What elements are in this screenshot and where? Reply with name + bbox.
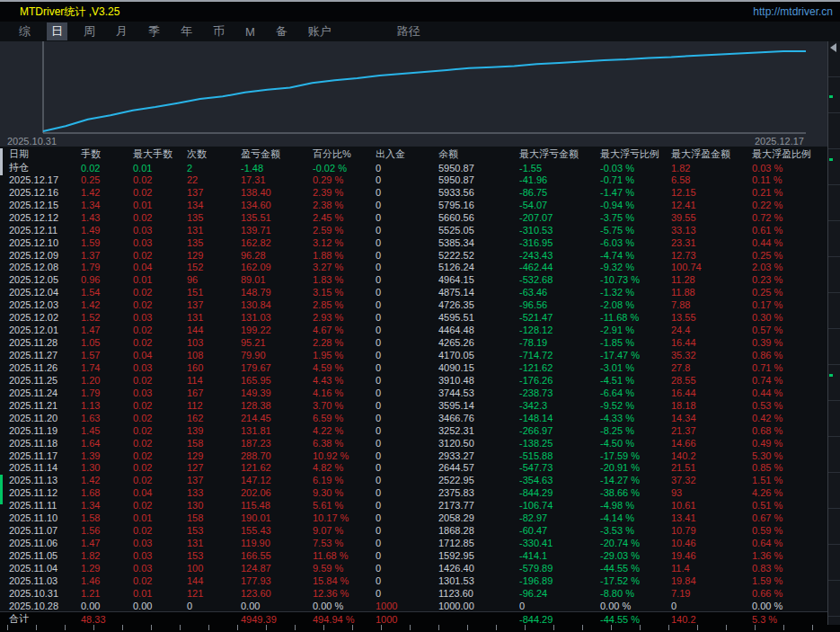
column-header[interactable]: 最大浮盈比例 [752,147,827,161]
table-row[interactable]: 2025.11.211.130.02112128.383.70 %03595.1… [0,399,827,412]
menu-item-备[interactable]: 备 [271,22,292,40]
column-header[interactable]: 最大浮亏金额 [519,147,600,161]
menu-item-周[interactable]: 周 [79,22,100,40]
table-row[interactable]: 2025.12.091.370.0212996.281.88 %05222.52… [0,249,827,262]
column-header[interactable]: 出入金 [376,147,438,161]
table-row[interactable]: 2025.12.031.420.02137130.842.85 %04726.3… [0,298,827,311]
menu-item-年[interactable]: 年 [176,22,197,40]
cell: 19.84 [671,575,752,586]
cell: 2025.12.16 [9,187,81,198]
table-row[interactable]: 2025.12.021.520.03131131.032.93 %04595.5… [0,311,827,324]
website-link[interactable]: http://mtdriver.cn [753,5,833,18]
column-header[interactable]: 最大浮盈金额 [671,147,752,161]
table-row[interactable]: 2025.12.151.340.01134134.602.38 %05795.1… [0,199,827,211]
table-row[interactable]: 2025.12.081.790.04152162.093.27 %05126.2… [0,262,827,274]
cell: -521.47 [519,312,600,323]
cell: 0.85 % [752,462,827,473]
table-row[interactable]: 2025.11.191.450.02139131.814.22 %03252.3… [0,424,827,437]
cell: 10.79 [671,525,752,536]
table-row[interactable]: 2025.11.141.300.02127121.624.82 %02644.5… [0,462,827,475]
cell: 2.39 % [313,187,376,198]
cell: 2025.11.27 [9,350,81,361]
cell: 0 [376,350,438,361]
cell: -0.94 % [600,200,671,210]
cell: 2025.11.13 [9,475,81,485]
table-row[interactable]: 2025.11.281.050.0210395.212.28 %04265.26… [0,336,827,349]
column-header[interactable]: 最大浮亏比例 [600,147,671,161]
cell: 16.44 [671,387,752,398]
cell: -6.03 % [600,237,671,248]
cell: 3.70 % [313,400,376,411]
cell: 0.00 [241,601,313,611]
column-header[interactable]: 盈亏金额 [241,147,313,161]
table-row[interactable]: 2025.12.170.250.022217.310.29 %05950.87-… [0,174,827,186]
table-row[interactable]: 2025.11.101.580.01158190.0110.17 %02058.… [0,512,827,524]
table-row[interactable]: 持仓0.020.012-1.48-0.02 %05950.87-1.55-0.0… [0,161,827,174]
cell: 4964.15 [438,274,519,285]
menu-item-币[interactable]: 币 [208,22,229,40]
table-row[interactable]: 2025.11.201.630.02162214.456.59 %03466.7… [0,412,827,424]
cell: 0 [376,438,438,449]
cell: 3595.14 [438,400,519,411]
cell: 0 [376,512,438,523]
column-header[interactable]: 余额 [438,147,519,161]
cell: 0.01 [133,588,187,599]
table-row[interactable]: 2025.12.041.540.02151148.793.15 %04875.1… [0,286,827,298]
table-row[interactable]: 2025.11.261.740.03160179.674.59 %04090.1… [0,361,827,374]
table-row[interactable]: 2025.12.101.590.03135162.823.12 %05385.3… [0,236,827,249]
cell: 2.59 % [313,225,376,236]
cell: 2025.11.11 [9,500,81,511]
menu-item-月[interactable]: 月 [111,22,132,40]
cell: 0.00 [81,601,133,611]
cell: 288.70 [241,450,313,461]
cell: 0.51 % [752,500,827,511]
column-header[interactable]: 百分比% [313,147,376,161]
vertical-scrollbar[interactable] [827,41,840,625]
table-row[interactable]: 2025.11.121.680.04133202.069.30 %02375.8… [0,486,827,499]
menu-item-综[interactable]: 综 [14,22,35,40]
cell: 0.03 [133,550,187,561]
menu-item-日[interactable]: 日 [47,22,67,40]
table-row[interactable]: 2025.11.111.340.02130115.485.61 %02173.7… [0,499,827,512]
table-row[interactable]: 2025.10.311.210.01121123.6012.36 %01123.… [0,587,827,600]
cell: 0 [376,312,438,323]
menu-item-路径[interactable]: 路径 [393,22,425,40]
table-row[interactable]: 2025.10.280.000.0000.000.00 %10001000.00… [0,600,827,612]
menu-item-账户[interactable]: 账户 [304,22,336,40]
bottom-ruler-scrollbar[interactable] [0,625,840,632]
total-row[interactable]: 合计48.334949.39494.94 %1000-844.29-44.55 … [0,612,827,625]
table-row[interactable]: 2025.11.061.470.03131119.907.53 %01712.8… [0,537,827,549]
menu-item-季[interactable]: 季 [144,22,164,40]
column-header[interactable]: 最大手数 [133,147,187,161]
table-row[interactable]: 2025.11.271.570.0410879.901.95 %04170.05… [0,349,827,361]
table-row[interactable]: 2025.11.181.640.02158187.236.38 %03120.5… [0,437,827,450]
cell: 4.22 % [313,425,376,436]
cell: -196.89 [519,575,600,586]
table-row[interactable]: 2025.11.131.420.02137147.126.19 %02522.9… [0,474,827,486]
table-row[interactable]: 2025.11.041.290.03100124.879.59 %01426.4… [0,562,827,574]
table-row[interactable]: 2025.11.031.460.02144177.9315.84 %01301.… [0,574,827,587]
cell: -86.75 [519,187,600,198]
cell: 2.45 % [313,212,376,223]
column-header[interactable]: 日期 [9,147,81,161]
table-row[interactable]: 2025.12.011.470.02144199.224.67 %04464.4… [0,324,827,336]
table-row[interactable]: 2025.12.121.430.02135135.512.45 %05660.5… [0,211,827,224]
cell: 7.53 % [313,538,376,548]
menu-item-M[interactable]: M [241,24,260,40]
cell: 4949.39 [241,614,313,625]
cell: -0.02 % [313,163,376,174]
column-header[interactable]: 次数 [187,147,241,161]
table-row[interactable]: 2025.12.111.490.03131139.712.59 %05525.0… [0,224,827,236]
table-row[interactable]: 2025.11.241.790.03167149.394.16 %03744.5… [0,387,827,399]
cell: 0.64 % [752,538,827,548]
table-row[interactable]: 2025.11.251.200.02114165.954.43 %03910.4… [0,374,827,387]
table-row[interactable]: 2025.11.071.560.02153155.439.07 %01868.2… [0,524,827,537]
table-row[interactable]: 2025.12.050.960.019689.011.83 %04964.15-… [0,273,827,286]
cell: 140.2 [671,450,752,461]
table-row[interactable]: 2025.11.051.820.03153166.5511.68 %01592.… [0,549,827,562]
table-row[interactable]: 2025.11.171.390.02129288.7010.92 %02933.… [0,450,827,462]
table-row[interactable]: 2025.12.161.420.02137138.402.39 %05933.5… [0,186,827,199]
column-header[interactable]: 手数 [81,147,133,161]
scrollbar-collapse-arrow-icon[interactable] [830,43,836,52]
cell: 5126.24 [438,262,519,272]
